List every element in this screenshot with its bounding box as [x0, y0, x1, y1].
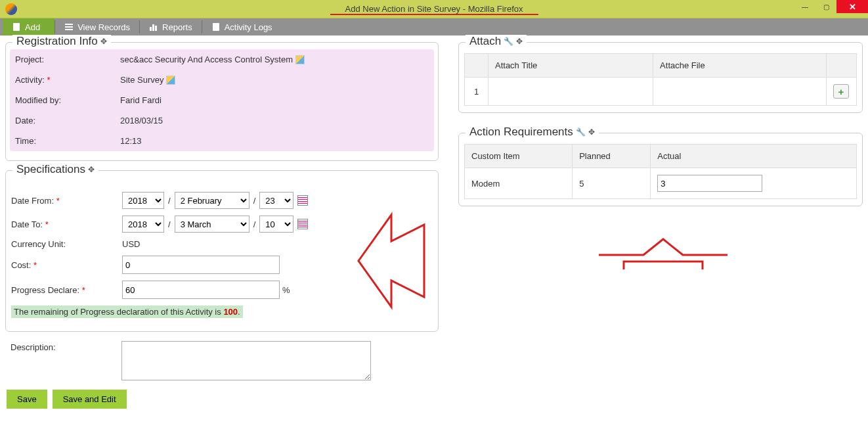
attach-row: 1 +	[465, 78, 857, 106]
required-mark: *	[33, 260, 37, 270]
specifications-legend: Specifications ✥	[12, 163, 98, 176]
required-mark: *	[45, 219, 49, 229]
tool-reports-label: Reports	[162, 22, 192, 32]
cost-row: Cost: *	[11, 256, 433, 274]
svg-rect-5	[152, 24, 154, 31]
registration-grid: Project: sec&acc Security And Access Con…	[10, 49, 434, 151]
date-to-row: Date To: * 2018 / 3 March / 10	[11, 216, 433, 233]
required-mark: *	[82, 285, 85, 295]
cost-label-text: Cost:	[11, 260, 31, 270]
date-sep: /	[168, 196, 171, 206]
table-header-row: Attach Title Attache File	[465, 54, 857, 78]
wrench-icon[interactable]: 🔧	[504, 37, 513, 46]
tool-view-records[interactable]: View Records	[55, 18, 139, 35]
wrench-icon[interactable]: 🔧	[576, 127, 586, 137]
window-minimize[interactable]: —	[794, 0, 815, 13]
activity-value: Site Survey	[120, 75, 163, 85]
annotation-underline	[330, 14, 538, 15]
date-from-label-text: Date From:	[11, 196, 54, 206]
tool-activity-logs[interactable]: Activity Logs	[202, 18, 282, 35]
main-content: Registration Info ✥ Project: sec&acc Sec…	[0, 35, 868, 414]
progress-input[interactable]	[122, 281, 280, 299]
attach-row-title	[488, 78, 653, 106]
calendar-icon[interactable]	[297, 195, 308, 206]
attach-legend-label: Attach	[469, 35, 501, 48]
attach-table: Attach Title Attache File 1 +	[464, 53, 857, 106]
table-header-row: Custom Item Planned Actual	[465, 145, 857, 168]
progress-note-pre: The remaining of Progress declaration of…	[14, 307, 221, 317]
date-sep: /	[253, 196, 256, 206]
attach-row-file	[653, 78, 827, 106]
specifications-legend-label: Specifications	[16, 163, 85, 176]
save-bar: Save Save and Edit	[5, 390, 439, 409]
tool-add-label: Add	[25, 22, 40, 32]
attach-row-action: +	[827, 78, 857, 106]
attach-panel: Attach 🔧 ✥ Attach Title Attache File 1	[458, 42, 863, 113]
svg-rect-6	[155, 26, 157, 31]
date-from-day[interactable]: 23	[259, 192, 293, 209]
registration-legend-label: Registration Info	[16, 35, 98, 48]
svg-rect-1	[65, 24, 73, 25]
window-controls: — ▢ ✕	[794, 0, 868, 18]
activity-label: Activity: *	[10, 70, 115, 90]
activity-value-cell: Site Survey	[115, 70, 434, 90]
modified-value: Farid Fardi	[115, 90, 434, 110]
currency-row: Currency Unit: USD	[11, 239, 433, 249]
tool-reports[interactable]: Reports	[140, 18, 202, 35]
req-col-planned: Planned	[573, 145, 651, 168]
edit-icon[interactable]	[166, 76, 175, 85]
date-to-day[interactable]: 10	[259, 216, 293, 233]
add-attachment-button[interactable]: +	[833, 84, 849, 99]
date-to-year[interactable]: 2018	[122, 216, 164, 233]
currency-label: Currency Unit:	[11, 239, 119, 249]
requirements-table: Custom Item Planned Actual Modem 5	[464, 144, 857, 199]
percent-symbol: %	[282, 285, 290, 295]
move-icon[interactable]: ✥	[88, 165, 95, 174]
date-sep: /	[253, 219, 256, 229]
description-textarea[interactable]	[121, 341, 371, 380]
window-titlebar: Add New Action in Site Survey - Mozilla …	[0, 0, 868, 18]
date-from-row: Date From: * 2018 / 2 February / 23	[11, 192, 433, 209]
edit-icon[interactable]	[295, 55, 305, 64]
registration-panel: Registration Info ✥ Project: sec&acc Sec…	[5, 42, 439, 161]
main-toolbar: Add View Records Reports Activity Logs	[0, 18, 868, 35]
attach-row-idx: 1	[465, 78, 488, 106]
date-from-year[interactable]: 2018	[122, 192, 164, 209]
document-icon	[12, 22, 21, 32]
required-mark: *	[47, 75, 50, 85]
currency-value: USD	[122, 239, 140, 249]
date-from-label: Date From: *	[11, 196, 119, 206]
date-label: Date:	[10, 110, 115, 131]
req-row-item: Modem	[465, 168, 573, 199]
save-and-edit-button[interactable]: Save and Edit	[53, 390, 127, 409]
move-icon[interactable]: ✥	[100, 37, 107, 46]
svg-rect-4	[150, 27, 152, 31]
date-to-month[interactable]: 3 March	[175, 216, 250, 233]
window-close[interactable]: ✕	[836, 0, 868, 13]
move-icon[interactable]: ✥	[516, 37, 523, 46]
time-value: 12:13	[115, 131, 434, 151]
progress-label: Progress Declare: *	[11, 285, 119, 295]
required-mark: *	[56, 196, 60, 206]
tool-activity-logs-label: Activity Logs	[225, 22, 272, 32]
tool-add[interactable]: Add	[3, 18, 54, 35]
cost-input[interactable]	[122, 256, 280, 274]
description-label: Description:	[11, 342, 119, 352]
svg-rect-0	[13, 23, 20, 31]
date-from-month[interactable]: 2 February	[175, 192, 250, 209]
date-to-label-text: Date To:	[11, 219, 43, 229]
window-maximize[interactable]: ▢	[815, 0, 836, 13]
actual-input[interactable]	[657, 175, 762, 192]
move-icon[interactable]: ✥	[588, 127, 595, 137]
description-row: Description:	[11, 341, 439, 380]
registration-legend: Registration Info ✥	[12, 35, 111, 48]
requirements-legend-label: Action Requirements	[469, 125, 573, 139]
requirements-legend: Action Requirements 🔧 ✥	[466, 125, 599, 139]
svg-rect-7	[213, 23, 219, 31]
calendar-icon[interactable]	[297, 219, 308, 229]
tool-view-records-label: View Records	[77, 22, 130, 32]
requirements-row: Modem 5	[465, 168, 857, 199]
save-button[interactable]: Save	[7, 390, 47, 409]
requirements-panel: Action Requirements 🔧 ✥ Custom Item Plan…	[458, 133, 863, 206]
date-sep: /	[168, 219, 171, 229]
